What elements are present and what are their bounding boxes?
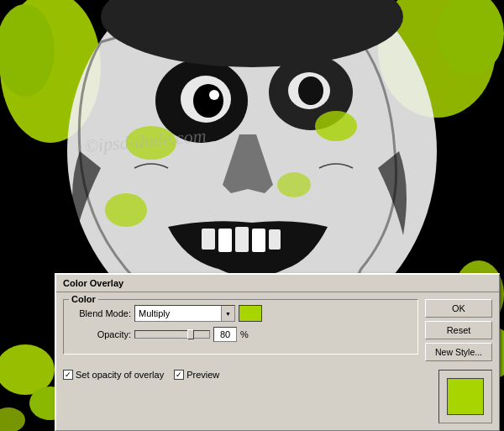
dialog-buttons: OK Reset New Style... [425,299,492,361]
opacity-label: Opacity: [71,329,131,339]
preview-checkbox-label[interactable]: ✓ Preview [174,370,219,380]
bottom-controls: ✓ Set opacity of overlay ✓ Preview [63,370,432,380]
svg-point-12 [209,90,219,100]
section-label: Color [69,294,98,304]
svg-rect-14 [218,229,232,252]
svg-point-11 [298,76,323,105]
color-overlay-dialog: Color Overlay Color Blend Mode: Multiply… [55,273,500,431]
new-style-button[interactable]: New Style... [425,343,492,361]
svg-rect-15 [235,227,249,252]
preview-swatch [438,370,492,423]
preview-checkbox[interactable]: ✓ [174,370,184,380]
svg-point-18 [126,126,176,160]
percent-label: % [240,329,249,339]
opacity-row: Opacity: % [71,327,411,342]
dialog-footer: ✓ Set opacity of overlay ✓ Preview [56,368,499,430]
ok-button[interactable]: OK [425,299,492,318]
set-opacity-checkbox[interactable]: ✓ [63,370,73,380]
svg-point-19 [315,111,357,141]
opacity-slider[interactable] [134,330,210,339]
blend-mode-row: Blend Mode: Multiply ▼ [71,305,411,322]
blend-mode-dropdown[interactable]: Multiply ▼ [134,305,235,322]
set-opacity-row: ✓ Set opacity of overlay ✓ Preview [63,370,432,380]
dropdown-arrow-icon: ▼ [221,306,234,321]
slider-thumb[interactable] [187,329,194,339]
blend-mode-label: Blend Mode: [71,308,131,318]
reset-button[interactable]: Reset [425,321,492,339]
blend-mode-value: Multiply [135,308,221,318]
color-swatch[interactable] [239,305,262,322]
svg-rect-16 [252,229,265,252]
svg-rect-13 [202,229,215,250]
set-opacity-checkbox-label[interactable]: ✓ Set opacity of overlay [63,370,164,380]
color-section: Color Blend Mode: Multiply ▼ Opacity: [63,299,418,355]
set-opacity-text: Set opacity of overlay [76,370,164,380]
opacity-slider-container: % [134,327,249,342]
dialog-title: Color Overlay [56,275,499,292]
svg-rect-17 [269,229,281,250]
svg-point-10 [193,84,223,118]
svg-point-20 [277,172,311,197]
opacity-input[interactable] [213,327,237,342]
preview-swatch-inner [447,378,484,415]
dialog-controls: Color Blend Mode: Multiply ▼ Opacity: [63,299,418,361]
svg-point-21 [105,193,147,227]
preview-text: Preview [186,370,219,380]
